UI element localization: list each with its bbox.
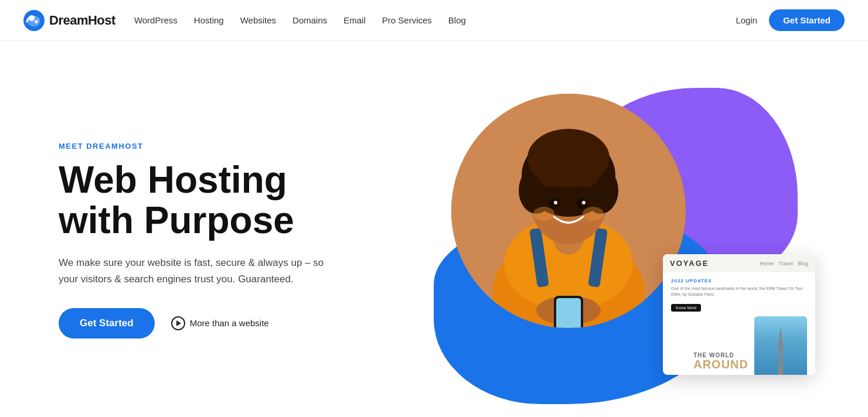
svg-point-16 (571, 152, 601, 187)
hero-heading-line2: with Purpose (59, 199, 294, 241)
hero-visual: VOYAGE Home Travel Blog 2022 UPDATES One… (422, 76, 821, 404)
nav-item-domains[interactable]: Domains (292, 15, 327, 26)
eiffel-tower-image (754, 316, 807, 375)
card-body: 2022 UPDATES One of the most famous land… (663, 272, 815, 316)
svg-rect-25 (556, 298, 581, 328)
navbar-left: DreamHost WordPress Hosting Websites Dom… (23, 10, 466, 31)
navbar-right: Login Get Started (736, 9, 845, 31)
tower-shape (774, 328, 788, 375)
hero-photo-circle (451, 94, 686, 328)
nav-link-websites[interactable]: Websites (240, 15, 276, 25)
navbar: DreamHost WordPress Hosting Websites Dom… (0, 0, 868, 41)
nav-link-hosting[interactable]: Hosting (194, 15, 224, 25)
more-than-website-link[interactable]: More than a website (171, 316, 269, 330)
dreamhost-logo-icon (23, 10, 45, 31)
nav-link-blog[interactable]: Blog (448, 15, 466, 25)
svg-point-15 (536, 152, 566, 187)
play-triangle (176, 320, 181, 326)
hero-heading-line1: Web Hosting (59, 159, 287, 201)
nav-item-email[interactable]: Email (343, 15, 366, 26)
nav-link-wordpress[interactable]: WordPress (134, 15, 178, 25)
card-know-more-button[interactable]: Know More (671, 304, 701, 312)
brand-name: DreamHost (49, 13, 115, 28)
svg-point-21 (533, 207, 554, 221)
svg-point-19 (554, 201, 557, 204)
hero-section: MEET DREAMHOST Web Hosting with Purpose … (0, 41, 868, 417)
website-card: VOYAGE Home Travel Blog 2022 UPDATES One… (663, 254, 815, 375)
card-nav-blog: Blog (798, 261, 808, 266)
nav-link-pro-services[interactable]: Pro Services (382, 15, 432, 25)
card-nav-home: Home (760, 261, 774, 266)
hero-content: MEET DREAMHOST Web Hosting with Purpose … (59, 142, 399, 339)
svg-point-22 (583, 207, 604, 221)
nav-item-wordpress[interactable]: WordPress (134, 15, 178, 26)
card-description: One of the most famous landmarks in the … (671, 286, 807, 298)
svg-point-1 (29, 15, 35, 21)
around-text: AROUND (693, 358, 748, 375)
card-header: VOYAGE Home Travel Blog (663, 254, 815, 272)
card-tag: 2022 UPDATES (671, 278, 807, 283)
nav-item-hosting[interactable]: Hosting (194, 15, 224, 26)
nav-link-domains[interactable]: Domains (292, 15, 327, 25)
hero-actions: Get Started More than a website (59, 308, 399, 339)
nav-links: WordPress Hosting Websites Domains Email… (134, 15, 466, 26)
card-brand-name: VOYAGE (670, 259, 709, 268)
card-image-area: THE WORLD AROUND (663, 316, 815, 375)
logo-link[interactable]: DreamHost (23, 10, 115, 31)
nav-item-blog[interactable]: Blog (448, 15, 466, 26)
nav-item-websites[interactable]: Websites (240, 15, 276, 26)
play-icon (171, 316, 185, 330)
card-world-around-text: THE WORLD AROUND (693, 352, 748, 375)
hero-heading: Web Hosting with Purpose (59, 160, 399, 241)
nav-item-pro-services[interactable]: Pro Services (382, 15, 432, 26)
get-started-nav-button[interactable]: Get Started (769, 9, 845, 31)
nav-link-email[interactable]: Email (343, 15, 366, 25)
svg-point-20 (582, 201, 586, 204)
hero-eyebrow: MEET DREAMHOST (59, 142, 399, 151)
card-nav-dots: Home Travel Blog (760, 261, 808, 266)
hero-subtext: We make sure your website is fast, secur… (59, 255, 340, 286)
svg-point-2 (35, 20, 38, 23)
card-nav-travel: Travel (778, 261, 793, 266)
more-label-text: More than a website (190, 318, 269, 328)
person-illustration (451, 94, 686, 328)
get-started-hero-button[interactable]: Get Started (59, 308, 155, 339)
login-link[interactable]: Login (736, 15, 757, 25)
